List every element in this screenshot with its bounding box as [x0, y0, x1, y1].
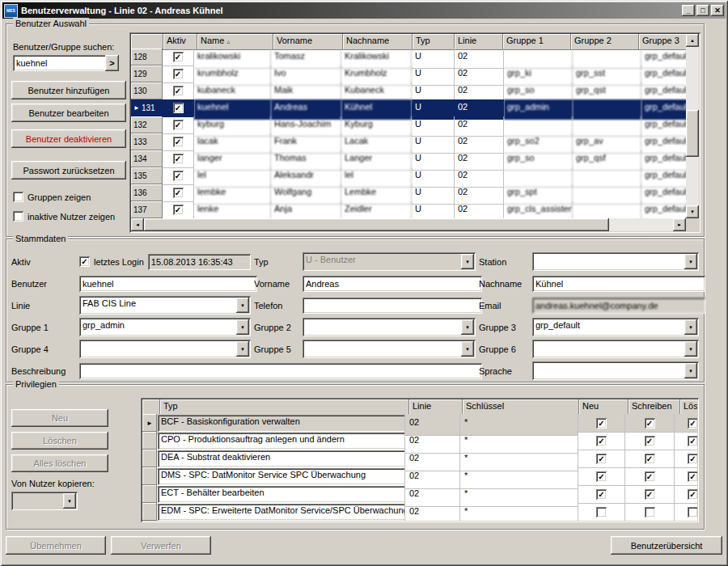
user-overview-button[interactable]: Benutzerübersicht	[611, 536, 722, 555]
user-row-134[interactable]: 134langerThomasLangerU02grp_sogrp_qsfgrp…	[131, 150, 686, 167]
neu-checkbox[interactable]	[596, 418, 607, 429]
chevron-down-icon[interactable]: ▼	[684, 363, 697, 378]
typ-select[interactable]: U - Benutzer▼	[303, 252, 476, 271]
schreiben-checkbox[interactable]	[645, 436, 655, 446]
show-groups-checkbox[interactable]	[13, 192, 23, 202]
nachname-field[interactable]	[532, 276, 705, 292]
priv-type-select[interactable]: EDM - SPC: Erweiterte DatMonitor Service…	[158, 504, 405, 521]
chevron-down-icon[interactable]: ▼	[461, 319, 474, 335]
copy-from-user-select[interactable]: ▼	[11, 492, 78, 510]
row-header-134[interactable]: 134	[131, 150, 163, 167]
add-user-button[interactable]: Benutzer hinzufügen	[11, 81, 126, 99]
scrollbar-thumb[interactable]	[686, 110, 699, 157]
row-header-135[interactable]: 135	[131, 167, 163, 184]
user-cell-gruppe1[interactable]: grp_cls_assisten	[504, 201, 573, 218]
gruppe5-select[interactable]: ▼	[303, 340, 476, 358]
user-cell-nachname[interactable]: Zeidler	[341, 201, 412, 218]
user-row-133[interactable]: 133lacakFrankLacakU02grp_so2grp_avgrp_de…	[131, 133, 686, 150]
sprache-select[interactable]: ▼	[532, 361, 699, 380]
vorname-field[interactable]	[303, 276, 482, 292]
row-header-129[interactable]: 129	[131, 65, 163, 82]
chevron-down-icon[interactable]: ▼	[63, 493, 76, 509]
gruppe1-select[interactable]: grp_admin▼	[79, 318, 251, 336]
minimize-button[interactable]: _	[682, 5, 695, 16]
priv-col-header-linie[interactable]: Linie	[409, 399, 463, 416]
aktiv-checkbox[interactable]	[79, 256, 90, 267]
loeschen-checkbox[interactable]	[688, 507, 697, 517]
chevron-down-icon[interactable]: ▼	[461, 341, 474, 357]
aktiv-checkbox[interactable]	[173, 103, 184, 113]
priv-col-header-schreiben[interactable]: Schreiben	[629, 399, 680, 416]
scroll-down-icon[interactable]: ▼	[686, 205, 699, 218]
priv-type-select[interactable]: CPO - Produktionsauftrag anlegen und änd…	[158, 433, 405, 450]
gruppe2-select[interactable]: ▼	[303, 318, 476, 336]
schreiben-checkbox[interactable]	[645, 471, 655, 482]
edit-user-button[interactable]: Benutzer bearbeiten	[11, 103, 126, 122]
reset-password-button[interactable]: Passwort zurücksetzen	[11, 161, 126, 180]
priv-col-header-löschen[interactable]: Löschen	[680, 399, 697, 416]
priv-row-2[interactable]: CPO - Produktionsauftrag anlegen und änd…	[142, 432, 697, 450]
user-col-header-aktiv[interactable]: Aktiv	[163, 34, 197, 50]
user-cell-linie[interactable]: 02	[455, 201, 504, 218]
titlebar[interactable]: MES Benutzerverwaltung - Linie 02 - Andr…	[2, 2, 726, 19]
user-col-header-gruppe-2[interactable]: Gruppe 2	[571, 34, 639, 50]
priv-row-6[interactable]: EDM - SPC: Erweiterte DatMonitor Service…	[142, 503, 697, 521]
row-header-131[interactable]: ►131	[131, 99, 163, 116]
vertical-scrollbar[interactable]: ▲ ▼	[686, 34, 699, 218]
neu-checkbox[interactable]	[596, 489, 607, 500]
priv-row-selector[interactable]	[142, 450, 157, 467]
close-button[interactable]: ✕	[711, 5, 724, 16]
row-header-133[interactable]: 133	[131, 133, 163, 150]
user-cell-vorname[interactable]: Anja	[271, 201, 341, 218]
aktiv-checkbox[interactable]	[173, 188, 184, 198]
show-inactive-row[interactable]: inaktive Nutzer zeigen	[13, 211, 115, 222]
user-row-132[interactable]: 132kyburgHans-JoachimKyburgU02grp_defaul…	[131, 116, 686, 133]
loeschen-checkbox[interactable]	[688, 436, 697, 446]
discard-button[interactable]: Verwerfen	[111, 536, 211, 555]
aktiv-checkbox[interactable]	[173, 69, 184, 79]
user-cell-typ[interactable]: U	[412, 201, 455, 218]
priv-row-1[interactable]: ►BCF - Basiskonfiguration verwalten▼02*	[142, 414, 697, 432]
beschreibung-field[interactable]	[79, 363, 482, 379]
priv-row-selector[interactable]	[142, 467, 157, 485]
gruppe6-select[interactable]: ▼	[532, 340, 699, 358]
row-header-130[interactable]: 130	[131, 82, 163, 99]
priv-row-selector[interactable]: ►	[142, 414, 157, 432]
priv-col-header-neu[interactable]: Neu	[579, 399, 629, 416]
loeschen-checkbox[interactable]	[688, 489, 697, 500]
user-row-136[interactable]: 136lembkeWolfgangLembkeU02grp_sptgrp_def…	[131, 184, 686, 201]
linie-select[interactable]: FAB CIS Line▼	[79, 296, 251, 315]
chevron-down-icon[interactable]: ▼	[684, 341, 697, 357]
aktiv-checkbox[interactable]	[173, 120, 184, 130]
aktiv-checkbox[interactable]	[173, 137, 184, 147]
deactivate-user-button[interactable]: Benutzer deaktivieren	[11, 129, 126, 148]
priv-col-header-typ[interactable]: Typ	[160, 399, 409, 416]
aktiv-checkbox[interactable]	[173, 154, 184, 164]
priv-cell-linie[interactable]: 02	[405, 503, 460, 521]
schreiben-checkbox[interactable]	[645, 507, 655, 517]
loeschen-checkbox[interactable]	[688, 418, 697, 429]
aktiv-checkbox[interactable]	[173, 205, 184, 215]
user-row-128[interactable]: 128kralikowskiTomaszKralikowskiU02grp_de…	[131, 49, 686, 65]
priv-new-button[interactable]: Neu	[11, 409, 108, 427]
schreiben-checkbox[interactable]	[645, 489, 655, 500]
priv-delete-all-button[interactable]: Alles löschen	[11, 454, 108, 472]
user-row-129[interactable]: 129krumbholzIvoKrumbholzU02grp_kigrp_sst…	[131, 65, 686, 82]
row-header-137[interactable]: 137	[131, 201, 163, 218]
search-input[interactable]	[13, 55, 110, 71]
priv-row-selector[interactable]	[142, 485, 157, 503]
aktiv-checkbox[interactable]	[173, 86, 184, 96]
loeschen-checkbox[interactable]	[688, 454, 697, 464]
scroll-up-icon[interactable]: ▲	[686, 34, 699, 47]
chevron-down-icon[interactable]: ▼	[236, 298, 249, 313]
row-header-136[interactable]: 136	[131, 184, 163, 201]
user-col-header-gruppe-1[interactable]: Gruppe 1	[503, 34, 571, 50]
priv-type-select[interactable]: BCF - Basiskonfiguration verwalten▼	[158, 415, 405, 432]
priv-row-5[interactable]: ECT - Behälter bearbeiten▼02*	[142, 485, 697, 503]
search-go-button[interactable]: >	[105, 55, 119, 71]
row-header-132[interactable]: 132	[131, 116, 163, 133]
schreiben-checkbox[interactable]	[645, 418, 655, 429]
user-col-header-gruppe-3[interactable]: Gruppe 3	[639, 34, 686, 50]
user-cell-gruppe3[interactable]: grp_default	[641, 201, 686, 218]
user-cell-gruppe2[interactable]	[573, 201, 641, 218]
